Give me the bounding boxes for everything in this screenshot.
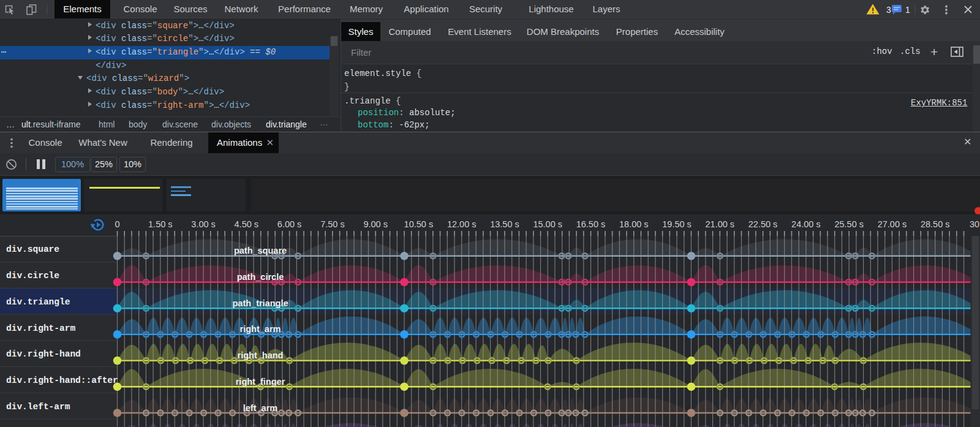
svg-text:28.50 s: 28.50 s xyxy=(921,219,950,229)
svg-text:div.left-arm: div.left-arm xyxy=(6,402,70,412)
svg-text:24.00 s: 24.00 s xyxy=(791,219,821,229)
svg-text:0: 0 xyxy=(115,219,119,229)
svg-text:10.50 s: 10.50 s xyxy=(404,219,434,229)
svg-text:30.0: 30.0 xyxy=(970,219,980,229)
svg-text:right_finger: right_finger xyxy=(236,377,285,387)
svg-text:div.right-arm: div.right-arm xyxy=(6,323,75,333)
svg-text:1.50 s: 1.50 s xyxy=(148,219,173,229)
svg-text:left_arm: left_arm xyxy=(243,403,277,413)
svg-text:15.00 s: 15.00 s xyxy=(533,219,562,229)
svg-text:path_circle: path_circle xyxy=(237,272,284,282)
svg-text:right_hand: right_hand xyxy=(238,350,284,360)
svg-text:4.50 s: 4.50 s xyxy=(235,219,259,229)
svg-text:path_triangle: path_triangle xyxy=(232,298,288,308)
svg-text:21.00 s: 21.00 s xyxy=(706,219,735,229)
svg-text:right_arm: right_arm xyxy=(240,324,281,334)
svg-text:path_square: path_square xyxy=(234,246,287,255)
svg-text:12.00 s: 12.00 s xyxy=(447,219,477,229)
svg-text:16.50 s: 16.50 s xyxy=(576,219,606,229)
svg-text:27.00 s: 27.00 s xyxy=(878,219,907,229)
svg-text:19.50 s: 19.50 s xyxy=(662,219,692,229)
svg-text:div.triangle: div.triangle xyxy=(6,297,70,307)
svg-text:6.00 s: 6.00 s xyxy=(277,219,302,229)
svg-text:25.50 s: 25.50 s xyxy=(834,219,864,229)
svg-text:1: 1 xyxy=(905,5,910,15)
svg-text:3.00 s: 3.00 s xyxy=(191,219,216,229)
svg-text:div.right-hand: div.right-hand xyxy=(6,349,81,359)
svg-text:13.50 s: 13.50 s xyxy=(490,219,519,229)
svg-text:9.00 s: 9.00 s xyxy=(363,219,388,229)
svg-text:18.00 s: 18.00 s xyxy=(619,219,649,229)
svg-text:div.circle: div.circle xyxy=(6,271,59,281)
svg-text:7.50 s: 7.50 s xyxy=(320,219,345,229)
svg-text:div.square: div.square xyxy=(6,244,59,254)
svg-text:3: 3 xyxy=(886,5,891,15)
svg-text:div.right-hand::after: div.right-hand::after xyxy=(6,376,118,385)
svg-text:22.50 s: 22.50 s xyxy=(748,219,778,229)
